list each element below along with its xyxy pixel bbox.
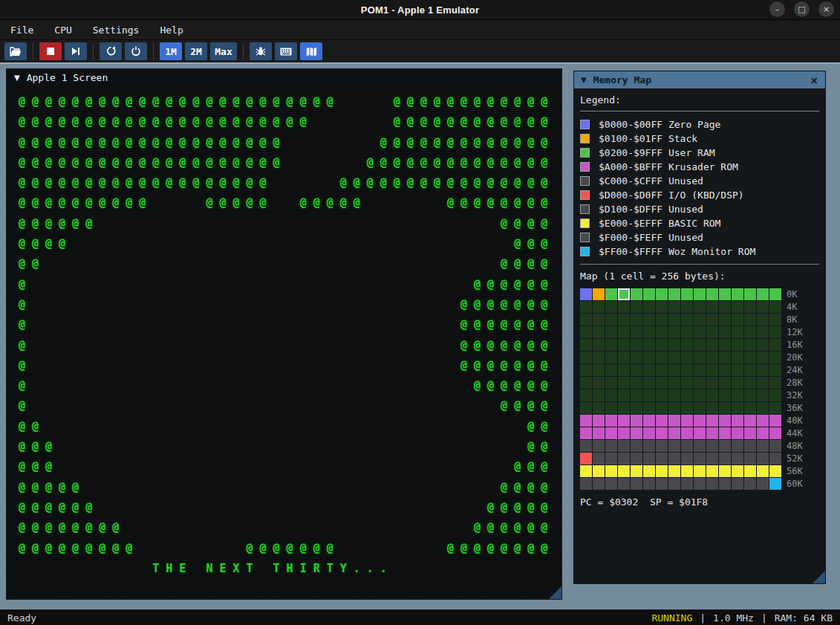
memory-cell <box>757 453 769 464</box>
memory-cell <box>668 389 680 401</box>
memory-cell <box>706 288 718 300</box>
legend-color-swatch <box>580 247 590 256</box>
menu-cpu[interactable]: CPU <box>54 25 71 36</box>
memory-cell <box>706 326 718 338</box>
memory-cell <box>656 326 668 338</box>
memory-cell <box>744 453 756 464</box>
memory-cell <box>732 301 743 313</box>
memory-cell <box>580 364 592 376</box>
memory-cell <box>656 301 668 313</box>
maximize-button[interactable]: □ <box>794 1 810 17</box>
memory-cell <box>719 377 731 389</box>
memory-cell <box>618 389 630 401</box>
memory-cell <box>757 352 769 363</box>
open-file-button[interactable] <box>4 42 27 60</box>
legend-color-swatch <box>580 218 590 228</box>
grid-row-label: 12K <box>787 327 803 337</box>
memory-cell <box>732 352 743 363</box>
memory-cell <box>732 440 743 452</box>
memory-cell <box>744 288 756 300</box>
memory-cell <box>681 465 693 477</box>
memory-cell <box>618 326 630 338</box>
memory-grid-row: 20K <box>580 351 819 363</box>
resize-grip[interactable] <box>813 571 825 583</box>
memory-cell <box>668 326 680 338</box>
speed-1m-button[interactable]: 1M <box>160 42 182 60</box>
memory-cell <box>656 440 668 452</box>
reset-button[interactable] <box>100 42 122 60</box>
keyboard-button[interactable] <box>275 42 297 60</box>
memory-cell <box>593 301 605 313</box>
menu-settings[interactable]: Settings <box>93 25 140 36</box>
screen-row: @ @@@@@@@ <box>19 336 561 356</box>
memory-cell <box>681 301 693 313</box>
memory-cell <box>631 427 642 439</box>
memory-cell <box>668 377 680 389</box>
memory-cell <box>593 402 605 414</box>
grid-row-label: 40K <box>787 415 803 426</box>
power-button[interactable] <box>125 42 147 60</box>
menu-help[interactable]: Help <box>160 25 183 36</box>
menu-file[interactable]: File <box>10 25 33 36</box>
memory-cell <box>656 478 668 490</box>
collapse-triangle-icon[interactable]: ▼ <box>14 74 20 82</box>
legend-entry: $0000-$00FF Zero Page <box>580 117 819 132</box>
memory-cell <box>757 440 769 452</box>
status-bar: Ready RUNNING | 1.0 MHz | RAM: 64 KB <box>0 609 840 625</box>
resize-grip[interactable] <box>549 586 561 599</box>
screen-row: @@@@@@@@@@ @@@@@ @@@@@ @@@@@@@@ <box>19 193 561 213</box>
collapse-triangle-icon[interactable]: ▼ <box>581 76 587 84</box>
memory-cell <box>706 402 718 414</box>
memory-cell <box>719 314 731 326</box>
memory-cell <box>694 314 706 326</box>
memory-cell <box>618 402 630 414</box>
memory-cell <box>593 415 605 427</box>
memory-cell <box>656 453 668 464</box>
memory-cell <box>706 465 718 477</box>
memory-cell <box>706 301 718 313</box>
step-button[interactable] <box>65 42 87 60</box>
memory-cell <box>757 314 769 326</box>
memory-cell <box>643 465 655 477</box>
memory-cell <box>618 339 630 351</box>
memory-cell <box>706 352 718 363</box>
screen-row: @@ @@ <box>19 417 561 437</box>
memory-cell <box>694 415 706 427</box>
memory-cell <box>769 339 781 351</box>
map-icon <box>306 47 317 56</box>
memory-cell <box>744 364 756 376</box>
legend-entry: $0200-$9FFF User RAM <box>580 146 819 160</box>
memory-cell <box>681 314 693 326</box>
memory-cell <box>757 389 769 401</box>
minimize-button[interactable]: – <box>769 1 785 17</box>
screen-row: @ @@@@@@ <box>19 275 561 295</box>
legend-entry: $E000-$EFFF BASIC ROM <box>580 216 819 230</box>
memory-cell <box>593 465 605 477</box>
memory-cell <box>618 364 630 376</box>
debug-button[interactable] <box>250 42 272 60</box>
memory-cell <box>757 377 769 389</box>
memory-cell <box>618 301 630 313</box>
apple1-screen-display[interactable]: @@@@@@@@@@@@@@@@@@@@@@@@ @@@@@@@@@@@@@@@… <box>7 85 561 599</box>
stop-button[interactable] <box>39 42 62 60</box>
memory-cell <box>757 402 769 414</box>
memory-grid-row: 0K <box>580 288 819 300</box>
speed-max-button[interactable]: Max <box>210 42 237 60</box>
memory-cell <box>706 389 718 401</box>
grid-row-label: 56K <box>787 466 803 476</box>
screen-row: @@@@@@ @@@@ <box>19 214 561 234</box>
memory-map-button[interactable] <box>300 42 322 60</box>
memory-cell <box>769 326 781 338</box>
memory-cell <box>744 301 756 313</box>
memory-cell <box>643 339 655 351</box>
memory-cell <box>706 427 718 439</box>
memory-cell <box>656 339 668 351</box>
apple1-screen-header[interactable]: ▼ Apple 1 Screen <box>7 69 561 85</box>
memory-cell <box>656 377 668 389</box>
panel-close-icon[interactable]: × <box>810 74 818 86</box>
memory-map-header[interactable]: ▼ Memory Map × <box>574 71 825 88</box>
speed-2m-button[interactable]: 2M <box>185 42 207 60</box>
close-button[interactable]: × <box>818 1 834 17</box>
memory-cell <box>656 314 668 326</box>
toolbar-separator <box>93 43 94 59</box>
